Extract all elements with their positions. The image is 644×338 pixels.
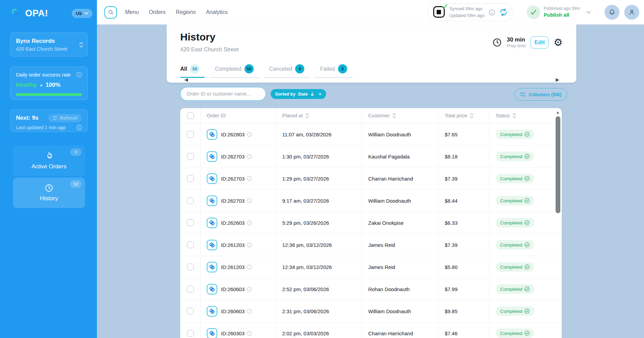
select-all-checkbox[interactable] <box>187 112 194 119</box>
sort-chip[interactable]: Sorted by Date ✕ <box>271 89 326 99</box>
row-checkbox[interactable] <box>187 197 194 204</box>
row-checkbox[interactable] <box>187 219 194 226</box>
columns-button[interactable]: Columns (5/6) <box>514 88 567 101</box>
table-search <box>180 87 266 101</box>
sliders-icon <box>520 92 526 97</box>
header-total-price[interactable]: Total price <box>438 108 489 123</box>
scrollbar-thumb[interactable] <box>556 116 560 213</box>
info-icon[interactable] <box>247 220 252 225</box>
row-checkbox[interactable] <box>187 153 194 160</box>
nav-link-orders[interactable]: Orders <box>149 9 166 15</box>
vertical-scrollbar: ▲ <box>555 109 561 337</box>
region-selector[interactable]: US <box>72 9 92 18</box>
sidebar-item-label: History <box>40 195 58 202</box>
tab-all[interactable]: All 50 <box>180 64 205 78</box>
edit-prep-time-button[interactable]: Edit <box>530 36 549 49</box>
nav-link-menu[interactable]: Menu <box>125 9 139 15</box>
check-circle-icon <box>524 331 530 336</box>
status-label: Completed <box>500 176 522 181</box>
sort-icon <box>512 113 516 118</box>
tab-canceled[interactable]: Canceled 0 <box>264 64 310 78</box>
table-row[interactable]: ID:262703 9:17 am, 03/27/2026 William Do… <box>180 190 562 212</box>
info-icon[interactable] <box>247 331 252 336</box>
tabs-scroll-right-arrow[interactable]: ▶ <box>556 77 559 82</box>
info-icon[interactable] <box>247 309 252 314</box>
info-icon[interactable] <box>247 265 252 270</box>
row-checkbox[interactable] <box>187 286 194 292</box>
flame-icon <box>45 152 53 160</box>
status-badge: Completed <box>496 196 534 205</box>
remove-sort-icon[interactable]: ✕ <box>318 92 322 97</box>
sidebar-item-active-orders[interactable]: 0 Active Orders <box>13 146 85 176</box>
placed-at: 2:52 pm, 03/06/2026 <box>276 278 362 300</box>
table-row[interactable]: ID:262703 1:29 pm, 03/27/2026 Charran Ha… <box>180 168 562 190</box>
placed-at: 5:29 pm, 03/26/2026 <box>276 212 362 234</box>
order-source-icon <box>207 284 217 294</box>
table-row[interactable]: ID:262703 1:30 pm, 03/27/2026 Kaushal Pa… <box>180 146 562 168</box>
header-customer[interactable]: Customer <box>362 108 438 123</box>
placed-at: 2:02 pm, 03/03/2026 <box>276 322 362 338</box>
info-icon[interactable] <box>247 154 252 159</box>
order-source-icon <box>207 151 217 162</box>
store-selector-card[interactable]: Bynx Records 420 East Church Street <box>10 33 88 56</box>
table-row[interactable]: ID:262603 5:29 pm, 03/26/2026 Zakai Onok… <box>180 212 562 234</box>
order-id: ID:260303 <box>221 331 244 336</box>
tab-completed[interactable]: Completed 50 <box>209 64 259 78</box>
table-row[interactable]: ID:261203 12:36 pm, 03/12/2026 James Rei… <box>180 234 562 256</box>
status-label: Completed <box>500 242 522 248</box>
success-rate-title: Daily order success rate <box>16 72 71 78</box>
total-price: $8.18 <box>438 146 489 167</box>
nav-link-analytics[interactable]: Analytics <box>206 9 228 15</box>
nav-link-regions[interactable]: Regions <box>176 9 196 15</box>
info-icon[interactable] <box>247 176 252 181</box>
search-input[interactable] <box>186 91 260 97</box>
check-circle-icon <box>524 198 530 203</box>
row-checkbox[interactable] <box>187 241 194 248</box>
settings-gear-icon[interactable]: ⚙ <box>554 37 563 48</box>
table-row[interactable]: ID:262803 11:07 am, 03/28/2026 William D… <box>180 123 562 146</box>
info-icon[interactable] <box>247 242 252 248</box>
sync-refresh-icon[interactable] <box>499 8 508 17</box>
status-badge: Completed <box>496 240 534 250</box>
refresh-icon <box>53 116 57 120</box>
sidebar-item-history[interactable]: 50 History <box>13 178 85 208</box>
tab-count-badge: 0 <box>295 64 304 73</box>
header-order-id: Order ID <box>200 108 276 123</box>
info-icon[interactable] <box>247 287 252 292</box>
row-checkbox[interactable] <box>187 175 194 182</box>
info-icon[interactable] <box>489 9 495 16</box>
table-row[interactable]: ID:261203 12:34 pm, 03/12/2026 James Rei… <box>180 256 562 278</box>
tab-failed[interactable]: Failed 0 <box>315 64 353 78</box>
row-checkbox[interactable] <box>187 264 194 270</box>
table-row[interactable]: ID:260303 2:02 pm, 03/03/2026 Charran Ha… <box>180 322 562 338</box>
publish-all-button[interactable]: Publish all <box>544 12 580 18</box>
tabs-scroll-left-arrow[interactable]: ◀ <box>184 77 188 82</box>
info-icon[interactable] <box>247 198 252 203</box>
user-avatar[interactable] <box>624 5 639 20</box>
success-percent: 100% <box>46 82 60 88</box>
row-checkbox[interactable] <box>187 131 194 138</box>
info-icon[interactable] <box>77 125 82 130</box>
refresh-button[interactable]: Refresh <box>48 114 82 122</box>
notifications-button[interactable] <box>605 5 620 20</box>
info-icon[interactable] <box>247 132 252 137</box>
header-status[interactable]: Status <box>489 108 562 123</box>
prep-time-label: Prep time <box>507 43 526 49</box>
dot-separator: ● <box>40 83 43 88</box>
status-label: Completed <box>500 265 522 270</box>
order-source-icon <box>207 218 217 228</box>
scroll-up-arrow[interactable]: ▲ <box>556 110 560 114</box>
row-checkbox[interactable] <box>187 330 194 337</box>
chevron-down-icon[interactable] <box>586 11 591 14</box>
customer-name: Rohan Doodnauth <box>362 278 438 300</box>
row-checkbox[interactable] <box>187 308 194 315</box>
header-placed-at[interactable]: Placed at <box>276 108 362 123</box>
global-search-button[interactable] <box>104 6 117 19</box>
table-row[interactable]: ID:260603 2:31 pm, 03/06/2026 William Do… <box>180 300 562 322</box>
customer-name: Zakai Onokpise <box>362 212 438 234</box>
prep-time-group: 30 min Prep time Edit ⚙ <box>492 36 563 49</box>
table-row[interactable]: ID:260603 2:52 pm, 03/06/2026 Rohan Dood… <box>180 278 562 300</box>
info-icon[interactable] <box>76 72 82 78</box>
total-price: $9.85 <box>438 300 489 322</box>
page-subtitle: 420 East Church Street <box>180 46 239 53</box>
